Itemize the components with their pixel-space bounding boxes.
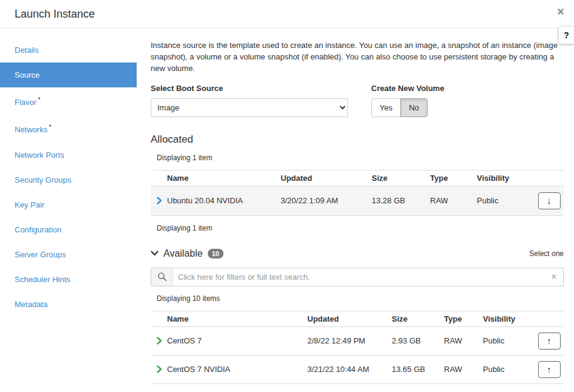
allocate-button[interactable]: ↑ — [538, 361, 561, 378]
cell-size: 13.28 GB — [372, 196, 430, 205]
cell-name: CentOS 7 NVIDIA — [167, 365, 307, 374]
sidebar-item-label: Source — [15, 70, 39, 79]
column-size: Size — [372, 174, 430, 183]
available-count-badge: 10 — [208, 249, 224, 259]
available-header: Available 10 Select one — [151, 248, 564, 259]
required-asterisk: * — [49, 123, 51, 130]
button-cell: ↑ — [535, 333, 564, 350]
cell-visibility: Public — [477, 196, 535, 205]
create-volume-yes-button[interactable]: Yes — [371, 98, 401, 117]
sidebar-item-networks[interactable]: Networks* — [0, 115, 137, 142]
chevron-right-icon — [157, 197, 162, 204]
expand-row-button[interactable] — [151, 337, 167, 345]
allocated-table: Name Updated Size Type Visibility Ubuntu… — [151, 170, 564, 216]
column-size: Size — [392, 314, 444, 323]
wizard-sidebar: Details Source Flavor* Networks* Network… — [0, 38, 137, 317]
cell-type: RAW — [430, 196, 477, 205]
source-form-row: Select Boot Source Image Create New Volu… — [151, 84, 564, 117]
expand-row-button[interactable] — [151, 365, 167, 373]
up-arrow-icon: ↑ — [547, 336, 552, 346]
available-count: Displaying 10 items — [151, 294, 564, 303]
sidebar-item-label: Scheduler Hints — [15, 275, 70, 284]
up-arrow-icon: ↑ — [547, 364, 552, 374]
available-table: Name Updated Size Type Visibility CentOS… — [151, 311, 564, 384]
required-asterisk: * — [38, 96, 40, 103]
table-row: CentOS 7 2/8/22 12:49 PM 2.93 GB RAW Pub… — [151, 327, 564, 356]
cell-updated: 3/21/22 10:44 AM — [307, 365, 392, 374]
search-input[interactable] — [173, 268, 545, 286]
expand-row-button[interactable] — [151, 197, 167, 204]
chevron-right-icon — [157, 365, 162, 373]
chevron-down-icon — [151, 251, 159, 256]
cell-type: RAW — [444, 336, 483, 345]
sidebar-item-key-pair[interactable]: Key Pair — [0, 192, 137, 217]
boot-source-select[interactable]: Image — [151, 98, 348, 117]
sidebar-item-source[interactable]: Source — [0, 63, 137, 87]
create-volume-toggle: Yes No — [371, 98, 428, 117]
source-description: Instance source is the template used to … — [151, 40, 564, 75]
column-visibility: Visibility — [477, 174, 535, 183]
sidebar-item-metadata[interactable]: Metadata — [0, 292, 137, 317]
button-cell: ↑ — [535, 361, 564, 378]
select-one-hint: Select one — [529, 249, 564, 258]
search-icon[interactable] — [151, 268, 173, 286]
sidebar-item-label: Security Groups — [15, 175, 71, 184]
sidebar-item-label: Key Pair — [15, 200, 44, 209]
table-row: CentOS 7 NVIDIA 3/21/22 10:44 AM 13.65 G… — [151, 356, 564, 384]
sidebar-item-label: Server Groups — [15, 250, 66, 259]
deallocate-button[interactable]: ↓ — [538, 192, 561, 209]
column-updated: Updated — [281, 174, 372, 183]
help-button[interactable]: ? — [559, 27, 574, 44]
allocated-heading: Allocated — [151, 133, 564, 146]
close-icon[interactable]: × — [553, 4, 568, 20]
cell-size: 2.93 GB — [392, 336, 444, 345]
create-volume-field: Create New Volume Yes No — [371, 84, 444, 117]
allocated-table-header: Name Updated Size Type Visibility — [151, 171, 564, 186]
table-row: Ubuntu 20.04 NVIDIA 3/20/22 1:09 AM 13.2… — [151, 186, 564, 216]
cell-name: Ubuntu 20.04 NVIDIA — [167, 196, 281, 205]
source-step-panel: Instance source is the template used to … — [151, 36, 564, 384]
cell-visibility: Public — [483, 365, 535, 374]
cell-updated: 3/20/22 1:09 AM — [281, 196, 372, 205]
column-type: Type — [444, 314, 483, 323]
sidebar-item-details[interactable]: Details — [0, 38, 137, 63]
column-type: Type — [430, 174, 477, 183]
down-arrow-icon: ↓ — [547, 195, 552, 206]
help-icon: ? — [564, 30, 569, 40]
column-updated: Updated — [307, 314, 392, 323]
available-table-header: Name Updated Size Type Visibility — [151, 311, 564, 327]
modal-title: Launch Instance — [15, 8, 95, 21]
sidebar-item-configuration[interactable]: Configuration — [0, 217, 137, 242]
chevron-right-icon — [157, 337, 162, 345]
allocated-count-bottom: Displaying 1 item — [151, 224, 564, 232]
modal-header: Launch Instance — [0, 0, 574, 29]
cell-name: CentOS 7 — [167, 336, 307, 345]
column-name: Name — [167, 174, 281, 183]
sidebar-item-label: Configuration — [15, 225, 61, 234]
sidebar-item-label: Flavor — [15, 98, 36, 107]
sidebar-item-server-groups[interactable]: Server Groups — [0, 242, 137, 267]
filter-search-bar: ✕ — [151, 268, 564, 286]
cell-size: 13.65 GB — [392, 365, 444, 374]
column-visibility: Visibility — [483, 314, 535, 323]
sidebar-item-label: Metadata — [15, 300, 47, 309]
cell-visibility: Public — [483, 336, 535, 345]
sidebar-item-label: Network Ports — [15, 150, 64, 160]
sidebar-item-security-groups[interactable]: Security Groups — [0, 167, 137, 192]
column-name: Name — [167, 314, 307, 323]
sidebar-item-flavor[interactable]: Flavor* — [0, 87, 137, 115]
sidebar-item-network-ports[interactable]: Network Ports — [0, 143, 137, 167]
allocate-button[interactable]: ↑ — [538, 333, 561, 350]
boot-source-label: Select Boot Source — [151, 84, 348, 93]
boot-source-field: Select Boot Source Image — [151, 84, 348, 117]
clear-search-icon[interactable]: ✕ — [545, 272, 563, 281]
sidebar-item-scheduler-hints[interactable]: Scheduler Hints — [0, 267, 137, 292]
cell-updated: 2/8/22 12:49 PM — [307, 336, 392, 345]
sidebar-item-label: Networks — [15, 126, 47, 135]
cell-type: RAW — [444, 365, 483, 374]
create-volume-label: Create New Volume — [371, 84, 444, 93]
create-volume-no-button[interactable]: No — [400, 98, 428, 117]
allocated-count-top: Displaying 1 item — [151, 154, 564, 162]
collapse-section-button[interactable] — [151, 251, 159, 256]
sidebar-item-label: Details — [15, 46, 39, 55]
